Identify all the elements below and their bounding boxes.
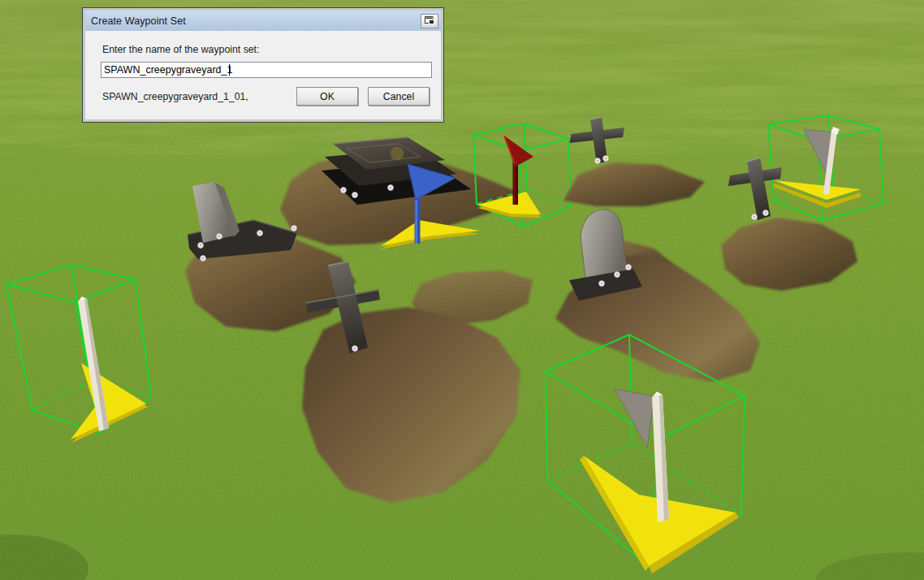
create-waypoint-set-dialog: Create Waypoint Set Enter the name of th…	[82, 7, 444, 123]
text-caret	[229, 64, 230, 76]
window-toggle-button[interactable]	[421, 14, 438, 28]
dialog-titlebar[interactable]: Create Waypoint Set	[85, 11, 441, 31]
window-toggle-icon	[425, 16, 435, 25]
dialog-title: Create Waypoint Set	[91, 15, 421, 27]
editor-viewport[interactable]: Create Waypoint Set Enter the name of th…	[0, 0, 924, 580]
dialog-body: Enter the name of the waypoint set: SPAW…	[85, 31, 441, 119]
prompt-label: Enter the name of the waypoint set:	[102, 44, 259, 55]
ok-button[interactable]: OK	[296, 87, 358, 106]
existing-waypoint-names: SPAWN_creepygraveyard_1_01,	[102, 91, 248, 102]
waypoint-name-field-wrap	[101, 62, 432, 78]
waypoint-name-input[interactable]	[101, 62, 432, 78]
cancel-button[interactable]: Cancel	[368, 87, 430, 106]
